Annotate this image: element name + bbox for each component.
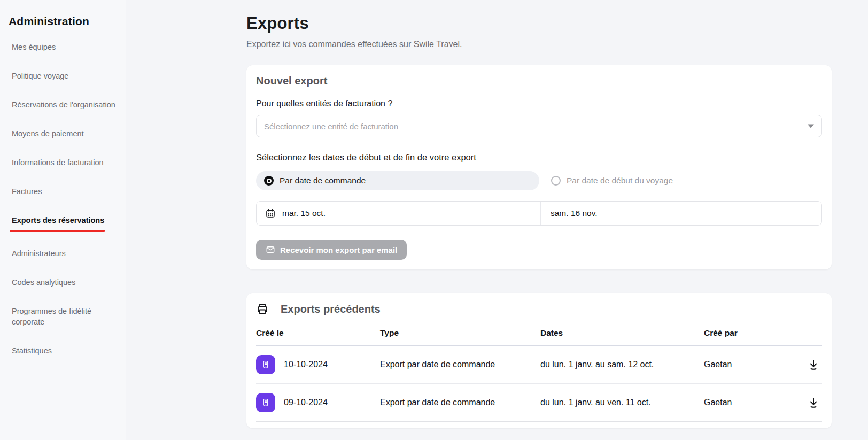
previous-exports-card: Exports précédents Créé le Type Dates Cr… (246, 293, 832, 428)
sidebar-item-administrateurs[interactable]: Administrateurs (9, 248, 117, 259)
radio-unselected-icon (551, 176, 561, 186)
export-created-date: 09-10-2024 (284, 398, 328, 407)
envelope-icon (266, 245, 275, 254)
end-date-field[interactable]: sam. 16 nov. (541, 202, 821, 225)
export-type-radio-group: Par date de commande Par date de début d… (256, 171, 822, 190)
export-author: Gaetan (704, 398, 796, 407)
sidebar-item-politique-voyage[interactable]: Politique voyage (9, 71, 117, 81)
export-author: Gaetan (704, 360, 796, 369)
column-type: Type (380, 328, 540, 338)
sidebar-item-label: Exports des réservations (12, 216, 104, 225)
previous-exports-table: Créé le Type Dates Créé par (256, 328, 822, 422)
sidebar-item-moyens-paiement[interactable]: Moyens de paiement (9, 128, 117, 139)
sidebar-item-exports-reservations[interactable]: Exports des réservations (9, 215, 117, 232)
page-subtitle: Exportez ici vos commandes effectuées su… (246, 40, 832, 49)
admin-sidebar: Administration Mes équipes Politique voy… (0, 0, 126, 440)
table-row: 09-10-2024 Export par date de commande d… (256, 384, 822, 422)
previous-exports-title: Exports précédents (281, 303, 381, 315)
sidebar-item-reservations-organisation[interactable]: Réservations de l'organisation (9, 99, 117, 110)
chevron-down-icon (808, 125, 814, 128)
export-type: Export par date de commande (380, 360, 540, 369)
billing-entity-label: Pour quelles entités de facturation ? (256, 99, 822, 109)
radio-trip-start-date-label: Par date de début du voyage (567, 176, 673, 186)
start-date-field[interactable]: mar. 15 oct. (257, 202, 541, 225)
sidebar-item-programmes-fidelite[interactable]: Programmes de fidélité corporate (9, 306, 117, 327)
billing-entity-input[interactable] (264, 122, 801, 131)
sidebar-item-codes-analytiques[interactable]: Codes analytiques (9, 277, 117, 288)
sidebar-item-mes-equipes[interactable]: Mes équipes (9, 42, 117, 52)
export-created-date: 10-10-2024 (284, 360, 328, 369)
export-dates: du lun. 1 janv. au sam. 12 oct. (540, 360, 704, 369)
date-range-picker: mar. 15 oct. sam. 16 nov. (256, 201, 822, 226)
dates-section-label: Sélectionnez les dates de début et de fi… (256, 152, 822, 163)
download-icon (807, 358, 820, 371)
download-icon (807, 396, 820, 409)
export-file-icon (256, 393, 275, 412)
download-export-button[interactable] (805, 356, 822, 373)
column-dates: Dates (540, 328, 704, 338)
receive-export-email-label: Recevoir mon export par email (280, 245, 397, 254)
new-export-title: Nouvel export (256, 75, 822, 87)
page-title: Exports (246, 14, 832, 33)
calendar-icon (265, 208, 276, 219)
radio-trip-start-date[interactable]: Par date de début du voyage (548, 176, 673, 186)
radio-order-date-label: Par date de commande (280, 176, 366, 186)
radio-selected-icon (264, 176, 274, 186)
billing-entity-select[interactable] (256, 115, 822, 137)
export-dates: du lun. 1 janv. au ven. 11 oct. (540, 398, 704, 407)
sidebar-title: Administration (9, 15, 117, 28)
sidebar-nav: Mes équipes Politique voyage Réservation… (9, 42, 117, 356)
end-date-value: sam. 16 nov. (551, 209, 598, 218)
export-file-icon (256, 355, 275, 374)
column-created: Créé le (256, 328, 380, 338)
main-area: Exports Exportez ici vos commandes effec… (127, 0, 868, 440)
download-export-button[interactable] (805, 394, 822, 411)
column-author: Créé par (704, 328, 796, 338)
export-type: Export par date de commande (380, 398, 540, 407)
new-export-card: Nouvel export Pour quelles entités de fa… (246, 65, 832, 269)
radio-order-date[interactable]: Par date de commande (256, 171, 539, 190)
sidebar-item-informations-facturation[interactable]: Informations de facturation (9, 157, 117, 168)
start-date-value: mar. 15 oct. (282, 209, 326, 218)
receive-export-email-button[interactable]: Recevoir mon export par email (256, 240, 407, 260)
printer-icon (256, 303, 269, 315)
table-row: 10-10-2024 Export par date de commande d… (256, 346, 822, 384)
sidebar-item-factures[interactable]: Factures (9, 186, 117, 197)
table-header-row: Créé le Type Dates Créé par (256, 328, 822, 346)
sidebar-item-statistiques[interactable]: Statistiques (9, 345, 117, 356)
active-item-underline (10, 230, 105, 232)
